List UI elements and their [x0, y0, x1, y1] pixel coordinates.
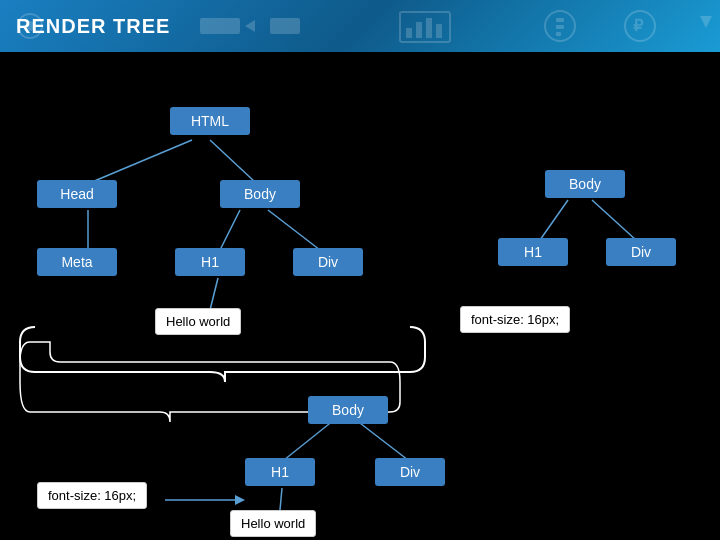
svg-marker-3 — [245, 20, 255, 32]
main-content: HTML Head Body Meta H1 Div Hello world B… — [0, 52, 720, 540]
svg-rect-8 — [426, 18, 432, 38]
node-meta: Meta — [37, 248, 117, 276]
node-div-right: Div — [606, 238, 676, 266]
node-body2: Body — [545, 170, 625, 198]
svg-line-27 — [280, 488, 282, 510]
hello-world-top: Hello world — [155, 308, 241, 335]
svg-point-10 — [545, 11, 575, 41]
arrow-font-to-h1 — [160, 490, 250, 510]
svg-line-20 — [220, 210, 240, 250]
node-div-bottom: Div — [375, 458, 445, 486]
svg-line-23 — [540, 200, 568, 240]
node-body3: Body — [308, 396, 388, 424]
svg-line-25 — [284, 420, 334, 460]
svg-rect-9 — [436, 24, 442, 38]
node-div-left: Div — [293, 248, 363, 276]
svg-rect-7 — [416, 22, 422, 38]
svg-rect-13 — [556, 32, 561, 36]
svg-line-22 — [210, 278, 218, 310]
svg-line-21 — [268, 210, 320, 250]
svg-rect-4 — [270, 18, 300, 34]
node-h1-right: H1 — [498, 238, 568, 266]
node-h1-left: H1 — [175, 248, 245, 276]
svg-rect-12 — [556, 25, 564, 29]
node-body1: Body — [220, 180, 300, 208]
svg-line-18 — [210, 140, 255, 182]
svg-rect-6 — [406, 28, 412, 38]
node-h1-bottom: H1 — [245, 458, 315, 486]
header-bar: ₽ RENDER TREE — [0, 0, 720, 52]
svg-line-17 — [92, 140, 192, 182]
svg-line-24 — [592, 200, 636, 240]
page-title: RENDER TREE — [16, 15, 170, 38]
node-head: Head — [37, 180, 117, 208]
svg-line-26 — [356, 420, 408, 460]
svg-text:₽: ₽ — [633, 17, 644, 34]
svg-marker-29 — [235, 495, 245, 505]
font-size-top: font-size: 16px; — [460, 306, 570, 333]
svg-marker-16 — [700, 16, 712, 28]
hello-world-bottom: Hello world — [230, 510, 316, 537]
svg-point-14 — [625, 11, 655, 41]
font-size-bottom: font-size: 16px; — [37, 482, 147, 509]
svg-rect-2 — [200, 18, 240, 34]
svg-rect-5 — [400, 12, 450, 42]
node-html: HTML — [170, 107, 250, 135]
svg-rect-11 — [556, 18, 564, 22]
